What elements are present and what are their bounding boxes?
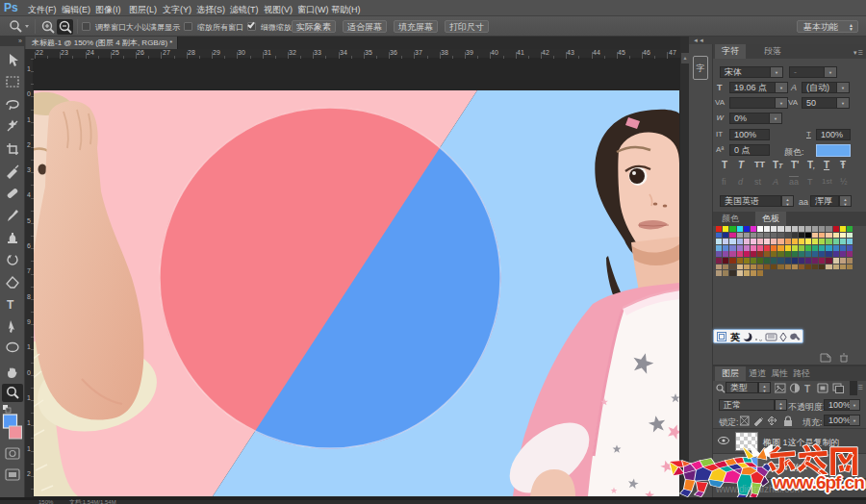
svg-text:T: T [804, 384, 810, 394]
svg-text:T: T [7, 298, 14, 312]
